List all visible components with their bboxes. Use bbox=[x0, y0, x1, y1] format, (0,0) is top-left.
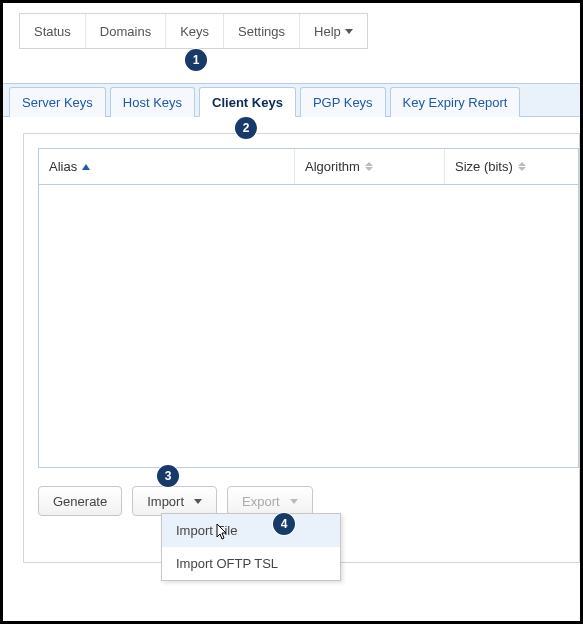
nav-help[interactable]: Help bbox=[300, 14, 367, 48]
tab-client-keys[interactable]: Client Keys bbox=[199, 87, 296, 117]
callout-badge-4: 4 bbox=[273, 513, 295, 535]
top-nav: Status Domains Keys Settings Help bbox=[19, 13, 368, 49]
callout-badge-1: 1 bbox=[185, 49, 207, 71]
nav-label: Keys bbox=[180, 24, 209, 39]
nav-keys[interactable]: Keys bbox=[166, 14, 224, 48]
col-label: Size (bits) bbox=[455, 159, 513, 174]
tab-key-expiry[interactable]: Key Expiry Report bbox=[390, 87, 521, 117]
tab-bar: Server Keys Host Keys Client Keys PGP Ke… bbox=[3, 83, 580, 117]
button-label: Generate bbox=[53, 494, 107, 509]
col-algorithm[interactable]: Algorithm bbox=[295, 149, 445, 184]
button-label: Import bbox=[147, 494, 184, 509]
tab-label: Server Keys bbox=[22, 95, 93, 110]
app-frame: Status Domains Keys Settings Help Server… bbox=[0, 0, 583, 624]
menu-import-file[interactable]: Import File bbox=[162, 514, 340, 547]
col-label: Algorithm bbox=[305, 159, 360, 174]
sort-both-icon bbox=[518, 162, 526, 171]
tab-label: Client Keys bbox=[212, 95, 283, 110]
callout-badge-2: 2 bbox=[235, 117, 257, 139]
keys-table: Alias Algorithm Size (bits) bbox=[38, 148, 579, 468]
tab-label: Host Keys bbox=[123, 95, 182, 110]
table-header-row: Alias Algorithm Size (bits) bbox=[39, 149, 578, 185]
nav-settings[interactable]: Settings bbox=[224, 14, 300, 48]
col-label: Alias bbox=[49, 159, 77, 174]
col-alias[interactable]: Alias bbox=[39, 149, 295, 184]
import-dropdown: Import File Import OFTP TSL bbox=[161, 513, 341, 581]
tab-label: PGP Keys bbox=[313, 95, 373, 110]
menu-label: Import File bbox=[176, 523, 237, 538]
import-button[interactable]: Import bbox=[132, 486, 217, 516]
chevron-down-icon bbox=[290, 499, 298, 504]
nav-label: Help bbox=[314, 24, 341, 39]
chevron-down-icon bbox=[345, 29, 353, 34]
menu-label: Import OFTP TSL bbox=[176, 556, 278, 571]
nav-domains[interactable]: Domains bbox=[86, 14, 166, 48]
generate-button[interactable]: Generate bbox=[38, 486, 122, 516]
callout-badge-3: 3 bbox=[157, 465, 179, 487]
button-label: Export bbox=[242, 494, 280, 509]
keys-panel: Alias Algorithm Size (bits) Generate Imp bbox=[23, 133, 580, 563]
nav-status[interactable]: Status bbox=[20, 14, 86, 48]
action-button-row: Generate Import Export bbox=[38, 486, 579, 516]
chevron-down-icon bbox=[194, 499, 202, 504]
sort-asc-icon bbox=[82, 164, 90, 170]
tab-host-keys[interactable]: Host Keys bbox=[110, 87, 195, 117]
export-button[interactable]: Export bbox=[227, 486, 313, 516]
sort-both-icon bbox=[365, 162, 373, 171]
col-size[interactable]: Size (bits) bbox=[445, 149, 578, 184]
nav-label: Settings bbox=[238, 24, 285, 39]
nav-label: Domains bbox=[100, 24, 151, 39]
menu-import-oftp-tsl[interactable]: Import OFTP TSL bbox=[162, 547, 340, 580]
table-body-empty bbox=[39, 185, 578, 467]
nav-label: Status bbox=[34, 24, 71, 39]
tab-server-keys[interactable]: Server Keys bbox=[9, 87, 106, 117]
tab-label: Key Expiry Report bbox=[403, 95, 508, 110]
tab-pgp-keys[interactable]: PGP Keys bbox=[300, 87, 386, 117]
